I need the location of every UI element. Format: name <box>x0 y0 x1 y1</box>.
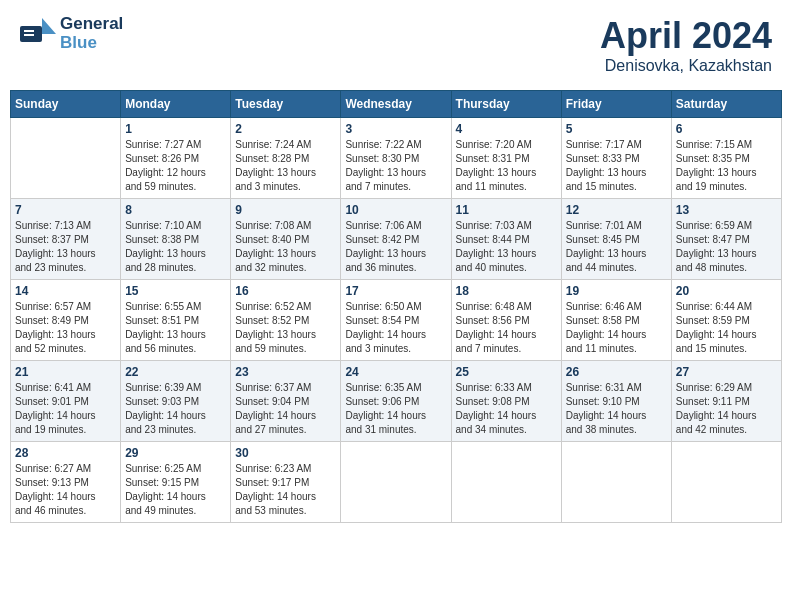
day-number: 6 <box>676 122 777 136</box>
calendar-row: 28Sunrise: 6:27 AMSunset: 9:13 PMDayligh… <box>11 442 782 523</box>
svg-rect-3 <box>24 34 34 36</box>
table-row <box>451 442 561 523</box>
day-number: 21 <box>15 365 116 379</box>
table-row: 27Sunrise: 6:29 AMSunset: 9:11 PMDayligh… <box>671 361 781 442</box>
table-row: 8Sunrise: 7:10 AMSunset: 8:38 PMDaylight… <box>121 199 231 280</box>
day-number: 8 <box>125 203 226 217</box>
day-info: Sunrise: 7:22 AMSunset: 8:30 PMDaylight:… <box>345 138 446 194</box>
day-number: 20 <box>676 284 777 298</box>
calendar-row: 7Sunrise: 7:13 AMSunset: 8:37 PMDaylight… <box>11 199 782 280</box>
day-info: Sunrise: 6:55 AMSunset: 8:51 PMDaylight:… <box>125 300 226 356</box>
table-row <box>341 442 451 523</box>
header-cell-tuesday: Tuesday <box>231 91 341 118</box>
day-info: Sunrise: 6:59 AMSunset: 8:47 PMDaylight:… <box>676 219 777 275</box>
table-row: 29Sunrise: 6:25 AMSunset: 9:15 PMDayligh… <box>121 442 231 523</box>
header-cell-saturday: Saturday <box>671 91 781 118</box>
table-row: 9Sunrise: 7:08 AMSunset: 8:40 PMDaylight… <box>231 199 341 280</box>
calendar-body: 1Sunrise: 7:27 AMSunset: 8:26 PMDaylight… <box>11 118 782 523</box>
table-row: 2Sunrise: 7:24 AMSunset: 8:28 PMDaylight… <box>231 118 341 199</box>
table-row <box>561 442 671 523</box>
svg-marker-1 <box>42 18 56 34</box>
day-info: Sunrise: 7:17 AMSunset: 8:33 PMDaylight:… <box>566 138 667 194</box>
month-title: April 2024 <box>600 15 772 57</box>
header-cell-friday: Friday <box>561 91 671 118</box>
day-number: 25 <box>456 365 557 379</box>
day-number: 12 <box>566 203 667 217</box>
day-info: Sunrise: 7:10 AMSunset: 8:38 PMDaylight:… <box>125 219 226 275</box>
page-header: General Blue April 2024 Denisovka, Kazak… <box>10 10 782 80</box>
table-row: 11Sunrise: 7:03 AMSunset: 8:44 PMDayligh… <box>451 199 561 280</box>
day-info: Sunrise: 6:39 AMSunset: 9:03 PMDaylight:… <box>125 381 226 437</box>
calendar-row: 1Sunrise: 7:27 AMSunset: 8:26 PMDaylight… <box>11 118 782 199</box>
table-row: 22Sunrise: 6:39 AMSunset: 9:03 PMDayligh… <box>121 361 231 442</box>
day-info: Sunrise: 6:41 AMSunset: 9:01 PMDaylight:… <box>15 381 116 437</box>
location-subtitle: Denisovka, Kazakhstan <box>600 57 772 75</box>
calendar-table: SundayMondayTuesdayWednesdayThursdayFrid… <box>10 90 782 523</box>
day-info: Sunrise: 7:24 AMSunset: 8:28 PMDaylight:… <box>235 138 336 194</box>
table-row: 12Sunrise: 7:01 AMSunset: 8:45 PMDayligh… <box>561 199 671 280</box>
day-info: Sunrise: 6:44 AMSunset: 8:59 PMDaylight:… <box>676 300 777 356</box>
day-info: Sunrise: 7:15 AMSunset: 8:35 PMDaylight:… <box>676 138 777 194</box>
day-info: Sunrise: 6:23 AMSunset: 9:17 PMDaylight:… <box>235 462 336 518</box>
header-cell-monday: Monday <box>121 91 231 118</box>
table-row: 25Sunrise: 6:33 AMSunset: 9:08 PMDayligh… <box>451 361 561 442</box>
table-row: 19Sunrise: 6:46 AMSunset: 8:58 PMDayligh… <box>561 280 671 361</box>
logo-line1: General <box>60 15 123 34</box>
day-number: 9 <box>235 203 336 217</box>
svg-rect-2 <box>24 30 34 32</box>
logo: General Blue <box>20 15 123 52</box>
header-row: SundayMondayTuesdayWednesdayThursdayFrid… <box>11 91 782 118</box>
table-row: 10Sunrise: 7:06 AMSunset: 8:42 PMDayligh… <box>341 199 451 280</box>
day-number: 30 <box>235 446 336 460</box>
table-row: 7Sunrise: 7:13 AMSunset: 8:37 PMDaylight… <box>11 199 121 280</box>
day-number: 17 <box>345 284 446 298</box>
header-cell-thursday: Thursday <box>451 91 561 118</box>
day-info: Sunrise: 6:31 AMSunset: 9:10 PMDaylight:… <box>566 381 667 437</box>
table-row <box>671 442 781 523</box>
day-info: Sunrise: 7:08 AMSunset: 8:40 PMDaylight:… <box>235 219 336 275</box>
day-info: Sunrise: 7:06 AMSunset: 8:42 PMDaylight:… <box>345 219 446 275</box>
day-info: Sunrise: 6:52 AMSunset: 8:52 PMDaylight:… <box>235 300 336 356</box>
table-row: 3Sunrise: 7:22 AMSunset: 8:30 PMDaylight… <box>341 118 451 199</box>
day-number: 11 <box>456 203 557 217</box>
table-row: 4Sunrise: 7:20 AMSunset: 8:31 PMDaylight… <box>451 118 561 199</box>
day-number: 2 <box>235 122 336 136</box>
calendar-row: 14Sunrise: 6:57 AMSunset: 8:49 PMDayligh… <box>11 280 782 361</box>
day-number: 18 <box>456 284 557 298</box>
day-info: Sunrise: 7:13 AMSunset: 8:37 PMDaylight:… <box>15 219 116 275</box>
day-number: 19 <box>566 284 667 298</box>
header-cell-wednesday: Wednesday <box>341 91 451 118</box>
table-row: 18Sunrise: 6:48 AMSunset: 8:56 PMDayligh… <box>451 280 561 361</box>
day-info: Sunrise: 7:03 AMSunset: 8:44 PMDaylight:… <box>456 219 557 275</box>
day-info: Sunrise: 6:29 AMSunset: 9:11 PMDaylight:… <box>676 381 777 437</box>
day-number: 23 <box>235 365 336 379</box>
day-info: Sunrise: 6:27 AMSunset: 9:13 PMDaylight:… <box>15 462 116 518</box>
day-info: Sunrise: 6:33 AMSunset: 9:08 PMDaylight:… <box>456 381 557 437</box>
table-row: 17Sunrise: 6:50 AMSunset: 8:54 PMDayligh… <box>341 280 451 361</box>
table-row: 13Sunrise: 6:59 AMSunset: 8:47 PMDayligh… <box>671 199 781 280</box>
day-number: 15 <box>125 284 226 298</box>
day-number: 29 <box>125 446 226 460</box>
day-number: 7 <box>15 203 116 217</box>
header-cell-sunday: Sunday <box>11 91 121 118</box>
table-row: 21Sunrise: 6:41 AMSunset: 9:01 PMDayligh… <box>11 361 121 442</box>
table-row: 26Sunrise: 6:31 AMSunset: 9:10 PMDayligh… <box>561 361 671 442</box>
logo-icon <box>20 18 56 50</box>
table-row: 16Sunrise: 6:52 AMSunset: 8:52 PMDayligh… <box>231 280 341 361</box>
calendar-header: SundayMondayTuesdayWednesdayThursdayFrid… <box>11 91 782 118</box>
table-row: 14Sunrise: 6:57 AMSunset: 8:49 PMDayligh… <box>11 280 121 361</box>
table-row: 1Sunrise: 7:27 AMSunset: 8:26 PMDaylight… <box>121 118 231 199</box>
day-info: Sunrise: 7:01 AMSunset: 8:45 PMDaylight:… <box>566 219 667 275</box>
day-info: Sunrise: 6:25 AMSunset: 9:15 PMDaylight:… <box>125 462 226 518</box>
day-info: Sunrise: 6:35 AMSunset: 9:06 PMDaylight:… <box>345 381 446 437</box>
day-number: 26 <box>566 365 667 379</box>
logo-line2: Blue <box>60 34 123 53</box>
day-number: 27 <box>676 365 777 379</box>
table-row: 6Sunrise: 7:15 AMSunset: 8:35 PMDaylight… <box>671 118 781 199</box>
table-row: 24Sunrise: 6:35 AMSunset: 9:06 PMDayligh… <box>341 361 451 442</box>
table-row: 23Sunrise: 6:37 AMSunset: 9:04 PMDayligh… <box>231 361 341 442</box>
table-row: 28Sunrise: 6:27 AMSunset: 9:13 PMDayligh… <box>11 442 121 523</box>
day-info: Sunrise: 7:27 AMSunset: 8:26 PMDaylight:… <box>125 138 226 194</box>
day-number: 5 <box>566 122 667 136</box>
table-row: 20Sunrise: 6:44 AMSunset: 8:59 PMDayligh… <box>671 280 781 361</box>
